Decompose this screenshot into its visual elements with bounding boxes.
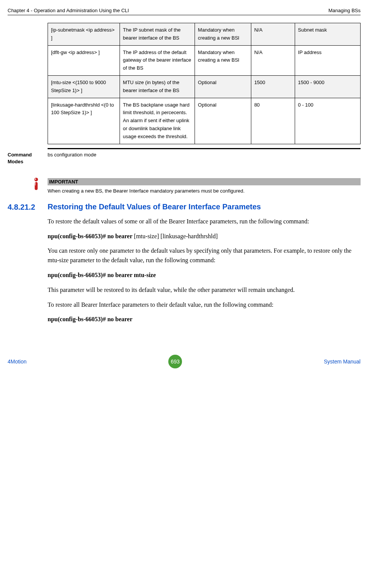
param-default-cell: N/A <box>251 23 295 46</box>
body-paragraph: To restore all Bearer Interface paramete… <box>48 300 361 310</box>
body-paragraph: To restore the default values of some or… <box>48 217 361 226</box>
param-presence-cell: Mandatory when creating a new BSl <box>195 23 251 46</box>
svg-point-3 <box>35 182 36 186</box>
cmd-args: [mtu-size] [linkusage-hardthrshld] <box>133 233 218 239</box>
body-paragraph: This parameter will be restored to its d… <box>48 285 361 295</box>
section-heading: 4.8.21.2 Restoring the Default Values of… <box>48 202 361 212</box>
param-syntax-cell: [mtu-size <(1500 to 9000 StepSize 1)> ] <box>48 75 120 98</box>
header-section: Managing BSs <box>328 8 361 13</box>
body-command-line: npu(config-bs-66053)# no bearer <box>48 315 361 324</box>
page-footer: 4Motion 693 System Manual <box>8 355 361 368</box>
param-presence-cell: Mandatory when creating a new BSl <box>195 45 251 75</box>
table-row: [dflt-gw <ip address> ] The IP address o… <box>48 45 361 75</box>
footer-doc-name: System Manual <box>324 359 361 365</box>
body-command-line: npu(config-bs-66053)# no bearer mtu-size <box>48 271 361 280</box>
param-range-cell: Subnet mask <box>295 23 360 46</box>
header-chapter: Chapter 4 - Operation and Administration… <box>8 8 129 13</box>
cmd-bold: npu(config-bs-66053)# no bearer <box>48 316 133 322</box>
command-modes-row: Command Modes bs configuration mode <box>48 148 361 165</box>
cmd-bold: npu(config-bs-66053)# no bearer <box>48 233 133 239</box>
param-default-cell: 1500 <box>251 75 295 98</box>
param-syntax-cell: [linkusage-hardthrshld <(0 to 100 StepSi… <box>48 98 120 144</box>
svg-point-0 <box>34 178 38 182</box>
param-desc-cell: MTU size (in bytes) of the bearer interf… <box>120 75 195 98</box>
param-range-cell: IP address <box>295 45 360 75</box>
footer-product: 4Motion <box>8 359 27 365</box>
param-desc-cell: The BS backplane usage hard limit thresh… <box>120 98 195 144</box>
param-presence-cell: Optional <box>195 98 251 144</box>
command-modes-label: Command Modes <box>8 151 48 165</box>
important-icon <box>31 177 42 193</box>
cmd-bold: npu(config-bs-66053)# no bearer mtu-size <box>48 272 156 278</box>
param-presence-cell: Optional <box>195 75 251 98</box>
table-row: [linkusage-hardthrshld <(0 to 100 StepSi… <box>48 98 361 144</box>
param-desc-cell: The IP address of the default gateway of… <box>120 45 195 75</box>
table-row: [mtu-size <(1500 to 9000 StepSize 1)> ] … <box>48 75 361 98</box>
important-text: When creating a new BS, the Bearer Inter… <box>48 188 361 195</box>
param-syntax-cell: [ip-subnetmask <ip address> ] <box>48 23 120 46</box>
body-paragraph: You can restore only one parameter to th… <box>48 246 361 265</box>
svg-point-2 <box>35 178 36 180</box>
section-title: Restoring the Default Values of Bearer I… <box>48 202 261 212</box>
command-modes-value: bs configuration mode <box>48 151 96 165</box>
page-number: 693 <box>168 355 182 368</box>
param-desc-cell: The IP subnet mask of the bearer interfa… <box>120 23 195 46</box>
header-rule <box>8 15 361 15</box>
parameters-table: [ip-subnetmask <ip address> ] The IP sub… <box>48 23 361 144</box>
important-note: IMPORTANT When creating a new BS, the Be… <box>48 178 361 195</box>
page-header: Chapter 4 - Operation and Administration… <box>8 8 361 13</box>
important-heading: IMPORTANT <box>48 178 361 185</box>
param-default-cell: 80 <box>251 98 295 144</box>
section-number: 4.8.21.2 <box>8 202 48 212</box>
param-range-cell: 0 - 100 <box>295 98 360 144</box>
param-default-cell: N/A <box>251 45 295 75</box>
param-syntax-cell: [dflt-gw <ip address> ] <box>48 45 120 75</box>
param-range-cell: 1500 - 9000 <box>295 75 360 98</box>
table-row: [ip-subnetmask <ip address> ] The IP sub… <box>48 23 361 46</box>
body-command-line: npu(config-bs-66053)# no bearer [mtu-siz… <box>48 232 361 241</box>
